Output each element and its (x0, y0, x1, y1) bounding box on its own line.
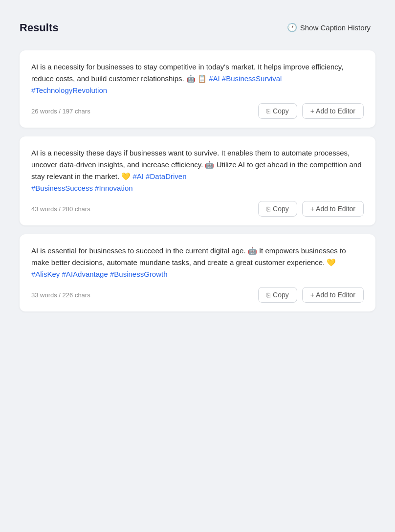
page-container: Results 🕐 Show Caption History AI is a n… (10, 10, 385, 335)
add-editor-label: + Add to Editor (310, 107, 355, 115)
card-1-actions: ⎘ Copy + Add to Editor (258, 103, 364, 119)
header-row: Results 🕐 Show Caption History (20, 15, 375, 41)
card-1-add-editor-button[interactable]: + Add to Editor (302, 103, 364, 119)
show-caption-history-button[interactable]: 🕐 Show Caption History (282, 20, 375, 36)
card-1-word-count: 26 words / 197 chars (31, 108, 90, 115)
result-card-2: AI is a necessity these days if business… (20, 136, 375, 225)
hashtag: #AlisKey (31, 270, 60, 278)
card-2-word-count: 43 words / 280 chars (31, 205, 90, 213)
hashtag: #BusinessSuccess (31, 184, 93, 192)
card-1-footer: 26 words / 197 chars ⎘ Copy + Add to Edi… (31, 103, 364, 119)
history-icon: 🕐 (287, 22, 297, 33)
card-3-word-count: 33 words / 226 chars (31, 291, 90, 299)
caption-history-label: Show Caption History (300, 23, 371, 32)
hashtag: #DataDriven (146, 172, 186, 180)
hashtag: #TechnologyRevolution (31, 86, 107, 94)
copy-icon: ⎘ (266, 205, 270, 213)
card-3-add-editor-button[interactable]: + Add to Editor (302, 287, 364, 303)
card-2-actions: ⎘ Copy + Add to Editor (258, 201, 364, 217)
card-2-copy-button[interactable]: ⎘ Copy (258, 201, 297, 217)
copy-label: Copy (273, 291, 289, 299)
card-2-footer: 43 words / 280 chars ⎘ Copy + Add to Edi… (31, 201, 364, 217)
card-3-actions: ⎘ Copy + Add to Editor (258, 287, 364, 303)
copy-icon: ⎘ (266, 291, 270, 299)
copy-label: Copy (273, 107, 289, 115)
card-2-text: AI is a necessity these days if business… (31, 147, 364, 194)
card-1-text: AI is a necessity for businesses to stay… (31, 61, 364, 96)
copy-label: Copy (273, 205, 289, 213)
hashtag: #AI (209, 74, 220, 83)
add-editor-label: + Add to Editor (310, 291, 355, 299)
add-editor-label: + Add to Editor (310, 205, 355, 213)
card-2-add-editor-button[interactable]: + Add to Editor (302, 201, 364, 217)
card-1-copy-button[interactable]: ⎘ Copy (258, 103, 297, 119)
result-card-3: AI is essential for businesses to succee… (20, 234, 375, 311)
card-3-text: AI is essential for businesses to succee… (31, 245, 364, 280)
copy-icon: ⎘ (266, 108, 270, 115)
hashtag: #BusinessGrowth (110, 270, 168, 278)
hashtag: #AIAdvantage (62, 270, 108, 278)
card-3-footer: 33 words / 226 chars ⎘ Copy + Add to Edi… (31, 287, 364, 303)
page-title: Results (20, 22, 58, 34)
hashtag: #Innovation (95, 184, 133, 192)
hashtag: #BusinessSurvival (222, 74, 282, 83)
hashtag: #AI (132, 172, 144, 180)
card-3-copy-button[interactable]: ⎘ Copy (258, 287, 297, 303)
result-card-1: AI is a necessity for businesses to stay… (20, 50, 375, 128)
